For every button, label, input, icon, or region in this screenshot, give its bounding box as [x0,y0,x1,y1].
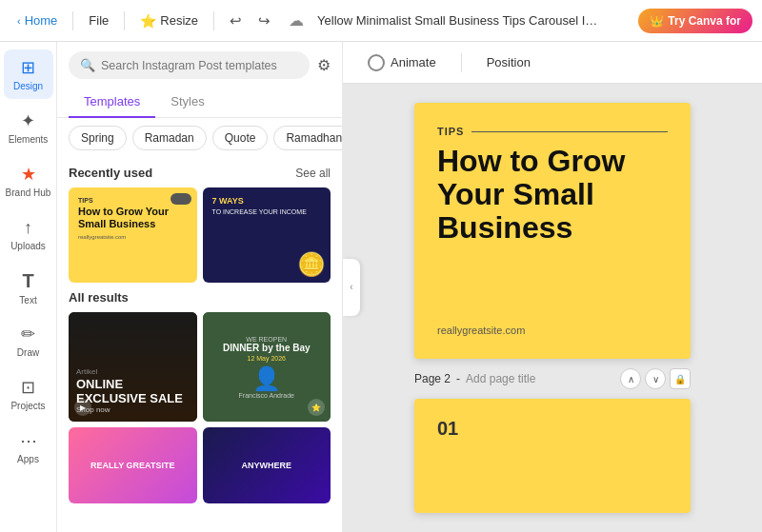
try-canva-label: Try Canva for [668,14,741,28]
result-card-gradient2[interactable]: ANYWHERE [203,427,331,503]
tips-text: TIPS [437,126,464,137]
result-card-dinner[interactable]: WE REOPEN DINNER by the Bay 12 May 2026 … [203,312,331,422]
sidebar-item-projects[interactable]: ⊡ Projects [4,369,53,419]
result-card-gradient1[interactable]: REALLY GREATSITE [69,427,197,503]
dinner-date: 12 May 2026 [211,355,324,362]
chip-spring[interactable]: Spring [69,126,127,150]
result-card-fashion[interactable]: Artikel ONLINE EXCLUSIVE SALE Shop now ▶ [69,312,197,422]
all-results-title: All results [69,290,129,305]
toggle-icon [170,193,191,205]
tab-styles[interactable]: Styles [155,87,219,118]
uploads-icon: ↑ [24,218,32,238]
panel-wrapper: 🔍 ⚙ Templates Styles Spring Ramadan Quot… [57,42,343,532]
design-page-1[interactable]: TIPS How to Grow Your Small Business rea… [414,103,691,359]
resize-label: Resize [160,13,198,28]
top-bar-left: ‹ Home File ⭐ Resize ↩ ↪ ☁ [10,8,310,34]
page-lock-button[interactable]: 🔒 [670,368,691,389]
sidebar-label-projects: Projects [10,401,45,411]
top-bar: ‹ Home File ⭐ Resize ↩ ↪ ☁ Yellow Minima… [0,0,762,42]
all-results-row: Artikel ONLINE EXCLUSIVE SALE Shop now ▶ [69,312,331,422]
template-card-dark[interactable]: 7 WAYS TO INCREASE YOUR INCOME 🪙 [203,187,331,283]
page-separator: Page 2 - Add page title ∧ ∨ 🔒 [414,368,691,389]
sidebar-item-apps[interactable]: ⋯ Apps [4,423,53,472]
recently-used-header: Recently used See all [69,166,331,180]
chip-ramadan[interactable]: Ramadan [132,126,207,150]
animate-button[interactable]: Animate [358,49,446,77]
card-main-title: How to Grow Your Small Business [78,206,188,230]
cloud-save-button[interactable]: ☁ [283,8,310,34]
card-accent: 7 WAYS [212,197,322,207]
dinner-we: WE REOPEN [211,336,324,343]
sidebar-label-design: Design [13,81,43,91]
recently-used-row: TIPS How to Grow Your Small Business rea… [69,187,331,283]
resize-button[interactable]: ⭐ Resize [132,10,206,32]
sidebar-item-elements[interactable]: ✦ Elements [4,103,53,152]
redo-button[interactable]: ↪ [251,8,277,34]
collapse-panel-button[interactable]: ‹ [343,259,360,316]
page-num: Page 2 [414,372,451,385]
canvas-area: Animate Position TIPS How to Grow Your S… [343,42,762,532]
page-nav-down[interactable]: ∨ [645,368,666,389]
page-separator-dash: - [456,372,460,385]
sidebar-item-text[interactable]: T Text [4,263,53,312]
templates-panel: 🔍 ⚙ Templates Styles Spring Ramadan Quot… [57,42,343,532]
fashion-tag: Artikel [76,367,190,376]
star-icon: ⭐ [140,13,156,29]
recently-used-title: Recently used [69,166,152,180]
tab-templates[interactable]: Templates [69,87,155,118]
animate-label: Animate [391,55,436,69]
gradient-card-text: REALLY GREATSITE [90,461,174,470]
draw-icon: ✏ [21,324,35,345]
main-area: ⊞ Design ✦ Elements ★ Brand Hub ↑ Upload… [0,42,762,532]
apps-icon: ⋯ [20,430,37,451]
toolbar-divider [461,53,462,72]
position-button[interactable]: Position [477,49,540,75]
sidebar-label-brand-hub: Brand Hub [6,187,51,198]
panel-content: Recently used See all TIPS How to Grow Y… [57,158,342,532]
redo-icon: ↪ [258,12,271,30]
position-label: Position [487,55,531,69]
canvas-content: TIPS How to Grow Your Small Business rea… [343,84,762,532]
sidebar-label-elements: Elements [9,134,49,145]
brand-hub-icon: ★ [21,164,36,185]
tabs: Templates Styles [57,87,342,118]
undo-icon: ↩ [230,12,242,30]
divider [72,11,73,30]
template-card-yellow[interactable]: TIPS How to Grow Your Small Business rea… [69,187,197,283]
gradient-card-text2: ANYWHERE [241,461,291,470]
bottom-results-row: REALLY GREATSITE ANYWHERE [69,427,331,503]
play-icon-2: ⭐ [308,399,325,416]
chevron-left-icon: ‹ [17,15,21,27]
crown-icon: 👑 [650,14,664,28]
coins-icon: 🪙 [297,251,326,278]
sidebar-label-draw: Draw [17,347,39,358]
undo-redo-group: ↩ ↪ [222,8,277,34]
projects-icon: ⊡ [21,377,35,398]
animate-icon [368,54,385,71]
fashion-title: ONLINE EXCLUSIVE SALE [76,378,190,405]
search-bar: 🔍 ⚙ [57,42,342,87]
file-button[interactable]: File [81,10,116,31]
try-canva-button[interactable]: 👑 Try Canva for [638,9,752,33]
tips-label-area: TIPS [437,126,668,137]
page-nav-up[interactable]: ∧ [620,368,641,389]
search-icon: 🔍 [80,58,95,72]
home-button[interactable]: ‹ Home [10,10,65,31]
filter-icon[interactable]: ⚙ [317,56,331,74]
dinner-name: Francisco Andrade [211,392,324,399]
sidebar-item-uploads[interactable]: ↑ Uploads [4,209,53,259]
tips-line [471,131,668,132]
undo-button[interactable]: ↩ [222,8,249,34]
sidebar-item-brand-hub[interactable]: ★ Brand Hub [4,156,53,206]
page2-number: 01 [437,418,668,440]
chip-ramadhan[interactable]: Ramadhan [273,126,342,150]
page-nav-buttons: ∧ ∨ 🔒 [620,368,691,389]
search-input[interactable] [101,59,298,72]
sidebar-item-draw[interactable]: ✏ Draw [4,316,53,365]
see-all-button[interactable]: See all [295,167,331,180]
chip-quote[interactable]: Quote [212,126,269,150]
all-results-header: All results [69,290,331,305]
design-page-2[interactable]: 01 [414,399,691,513]
sidebar-item-design[interactable]: ⊞ Design [4,49,53,99]
add-page-title[interactable]: Add page title [466,372,535,385]
